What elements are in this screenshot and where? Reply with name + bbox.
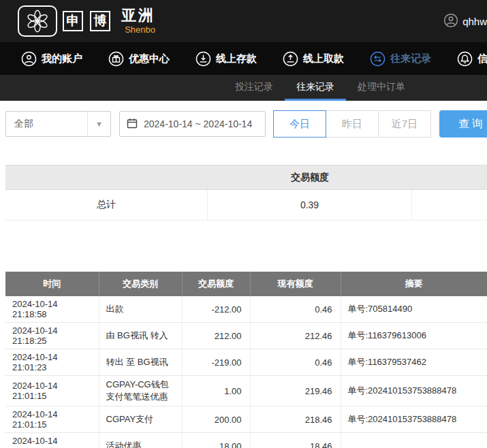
date-range-input[interactable]: 2024-10-14 ~ 2024-10-14	[119, 111, 266, 137]
top-header: 申 博 亚洲 Shenbo qhhw	[0, 0, 487, 42]
nav-label: 我的账户	[42, 52, 82, 65]
nav-item-messages[interactable]: 信	[444, 42, 487, 75]
type-filter-value: 全部	[14, 118, 33, 130]
cell-balance: 18.46	[250, 433, 341, 448]
cell-type: CGPAY-CG钱包支付笔笔送优惠	[99, 376, 182, 406]
logo-region: 亚洲	[121, 7, 155, 24]
flower-logo-icon	[18, 5, 57, 37]
cell-summary	[341, 433, 487, 448]
cell-type: 转出 至 BG视讯	[99, 349, 182, 376]
logo-brand-name: Shenbo	[125, 25, 155, 35]
page: 申 博 亚洲 Shenbo qhhw	[0, 0, 487, 448]
cell-amount: 18.00	[182, 433, 250, 448]
withdraw-icon	[283, 51, 298, 67]
quick-date-buttons: 今日 昨日 近7日	[274, 110, 431, 138]
tab-transaction-records[interactable]: 往来记录	[285, 75, 346, 101]
logo-char-bo: 博	[90, 11, 110, 31]
cell-amount: 1.00	[182, 376, 250, 406]
nav-label: 优惠中心	[129, 52, 170, 65]
nav-label: 信	[477, 52, 487, 65]
cell-summary: 单号:202410153753888478	[341, 406, 487, 433]
transactions-icon	[370, 51, 386, 67]
cell-summary: 单号:116379613006	[341, 323, 487, 349]
cell-balance: 212.46	[250, 323, 341, 349]
summary-total-label: 总计	[5, 190, 208, 220]
cell-time: 2024-10-14 21:18:58	[5, 296, 99, 323]
type-filter-select[interactable]: 全部 ▼	[5, 111, 111, 137]
cell-amount: 212.00	[182, 323, 250, 349]
bell-icon	[457, 51, 473, 67]
gift-icon	[108, 51, 124, 67]
table-row: 2024-10-14 21:00:49 活动优惠 18.00 18.46	[5, 433, 487, 448]
cell-amount: -212.00	[182, 296, 250, 323]
cell-type: CGPAY支付	[99, 406, 182, 433]
deposit-icon	[195, 51, 211, 67]
tab-label: 往来记录	[296, 81, 334, 93]
col-header-summary: 摘要	[341, 272, 487, 296]
cell-time: 2024-10-14 21:18:25	[5, 323, 99, 349]
main-nav: 我的账户 优惠中心 线上存款 线上取款	[0, 42, 487, 75]
cell-type: 出款	[99, 296, 182, 323]
tab-label: 处理中订单	[358, 81, 405, 93]
tab-betting-records[interactable]: 投注记录	[223, 75, 285, 101]
cell-time: 2024-10-14 21:00:49	[5, 433, 99, 448]
last-7-days-button[interactable]: 近7日	[378, 110, 431, 138]
summary-header-label: 交易额度	[208, 165, 412, 189]
table-row: 2024-10-14 21:01:23 转出 至 BG视讯 -219.00 0.…	[5, 349, 487, 376]
table-header-row: 时间 交易类别 交易额度 现有额度 摘要	[5, 272, 487, 296]
today-button[interactable]: 今日	[273, 110, 326, 138]
cell-time: 2024-10-14 21:01:23	[5, 349, 99, 376]
nav-item-deposit[interactable]: 线上存款	[183, 42, 270, 75]
sub-nav: 投注记录 往来记录 处理中订单	[0, 75, 487, 101]
cell-balance: 0.46	[250, 349, 341, 376]
cell-balance: 0.46	[250, 296, 341, 323]
summary-total-value: 0.39	[208, 190, 412, 220]
cell-time: 2024-10-14 21:01:15	[5, 406, 99, 433]
cell-time: 2024-10-14 21:01:15	[5, 376, 99, 406]
username: qhhw	[462, 16, 487, 27]
cell-summary: 单号:202410153753888478	[341, 376, 487, 406]
user-avatar-icon	[443, 13, 458, 30]
cell-type: 由 BG视讯 转入	[99, 323, 182, 349]
user-icon	[21, 51, 37, 67]
logo-char-shen: 申	[63, 11, 83, 31]
transactions-table: 时间 交易类别 交易额度 现有额度 摘要 2024-10-14 21:18:58…	[5, 272, 487, 448]
cell-balance: 219.46	[250, 376, 341, 406]
col-header-amount: 交易额度	[182, 272, 250, 296]
chevron-down-icon: ▼	[87, 112, 110, 136]
cell-type: 活动优惠	[99, 433, 182, 448]
filter-bar: 全部 ▼ 2024-10-14 ~ 2024-10-14 今日 昨日	[0, 101, 487, 147]
table-row: 2024-10-14 21:01:15 CGPAY-CG钱包支付笔笔送优惠 1.…	[5, 376, 487, 406]
brand-logo[interactable]: 申 博 亚洲 Shenbo	[18, 5, 155, 37]
nav-label: 线上存款	[216, 52, 257, 65]
summary-table: 交易额度 总计 0.39	[5, 165, 487, 221]
cell-summary: 单号:705814490	[341, 296, 487, 323]
summary-header-row: 交易额度	[5, 165, 487, 190]
user-account[interactable]: qhhw	[443, 13, 487, 30]
nav-label: 往来记录	[390, 52, 431, 65]
nav-label: 线上取款	[303, 52, 344, 65]
col-header-balance: 现有额度	[250, 272, 341, 296]
nav-item-transactions[interactable]: 往来记录	[357, 42, 444, 75]
tab-processing-orders[interactable]: 处理中订单	[346, 75, 417, 101]
tab-label: 投注记录	[235, 81, 273, 93]
nav-item-withdraw[interactable]: 线上取款	[270, 42, 357, 75]
summary-total-row: 总计 0.39	[5, 190, 487, 221]
table-row: 2024-10-14 21:01:15 CGPAY支付 200.00 218.4…	[5, 406, 487, 433]
nav-item-my-account[interactable]: 我的账户	[8, 42, 95, 75]
table-row: 2024-10-14 21:18:58 出款 -212.00 0.46 单号:7…	[5, 296, 487, 323]
cell-balance: 218.46	[250, 406, 341, 433]
calendar-icon	[127, 118, 138, 131]
date-range-value: 2024-10-14 ~ 2024-10-14	[144, 118, 252, 129]
cell-amount: -219.00	[182, 349, 250, 376]
col-header-time: 时间	[5, 272, 99, 296]
nav-item-promotions[interactable]: 优惠中心	[95, 42, 183, 75]
cell-amount: 200.00	[182, 406, 250, 433]
yesterday-button[interactable]: 昨日	[326, 110, 379, 138]
cell-summary: 单号:116379537462	[341, 349, 487, 376]
table-row: 2024-10-14 21:18:25 由 BG视讯 转入 212.00 212…	[5, 323, 487, 349]
search-button[interactable]: 查询	[439, 110, 487, 138]
col-header-type: 交易类别	[99, 272, 182, 296]
